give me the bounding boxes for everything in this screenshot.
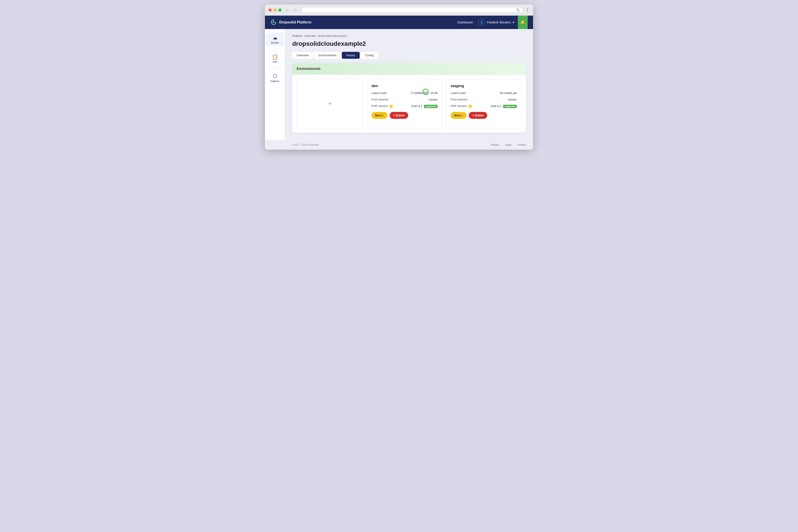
breadcrumb: Projects / Overview / dropsolidcloudexam… bbox=[292, 34, 526, 38]
breadcrumb-sep-2: / bbox=[317, 34, 317, 38]
footer-links: Privacy - Legal - Contact bbox=[491, 144, 526, 146]
footer-contact[interactable]: Contact bbox=[517, 144, 526, 146]
staging-php-value: PHP 8.1 supported bbox=[491, 104, 517, 108]
staging-delete-button[interactable]: × Delete bbox=[469, 112, 487, 119]
sidebar-divider-1 bbox=[269, 49, 281, 49]
tab-config[interactable]: Config bbox=[361, 52, 378, 59]
tab-environments[interactable]: Environments bbox=[314, 52, 341, 59]
staging-php-info-icon: i bbox=[469, 105, 472, 108]
logo-area[interactable]: Dropsolid Platform bbox=[270, 19, 311, 26]
footer-sep-1: - bbox=[502, 144, 503, 146]
dev-php-info-icon: i bbox=[390, 105, 393, 108]
sidebar-item-cdp[interactable]: 📋 CDP bbox=[266, 52, 284, 65]
page-title: dropsolidcloudexample2 bbox=[292, 40, 526, 48]
dev-php-value: PHP 8.1 supported bbox=[412, 104, 438, 108]
footer-privacy[interactable]: Privacy bbox=[491, 144, 499, 146]
dev-latest-build-label: Latest build: bbox=[372, 91, 387, 95]
breadcrumb-projects[interactable]: Projects bbox=[292, 34, 302, 38]
minimize-button[interactable] bbox=[273, 8, 277, 12]
dev-from-branch-value: master bbox=[429, 98, 438, 101]
browser-navigation: ← → bbox=[284, 7, 299, 13]
close-button[interactable] bbox=[268, 8, 272, 12]
devops-icon: ☁ bbox=[272, 35, 278, 41]
breadcrumb-sep-1: / bbox=[303, 34, 303, 38]
footer-sep-2: - bbox=[514, 144, 515, 146]
dev-php-row: PHP version: i PHP 8.1 supported bbox=[372, 104, 438, 108]
environments-header: Environments bbox=[292, 63, 526, 75]
dev-from-branch-label: From branch: bbox=[372, 98, 389, 101]
staging-php-label: PHP version: i bbox=[451, 104, 472, 108]
environments-body: + dev Latest build: 3 14/09/2022 - 15:40 bbox=[292, 75, 526, 133]
page-content: Projects / Overview / dropsolidcloudexam… bbox=[285, 29, 533, 140]
footer-legal[interactable]: Legal bbox=[505, 144, 511, 146]
browser-chrome: ← → 🔍 ⋮ bbox=[265, 4, 533, 16]
staging-from-branch-value: master bbox=[508, 98, 517, 101]
back-button[interactable]: ← bbox=[284, 7, 290, 13]
top-navigation: Dropsolid Platform Dashboard 👤 Frederik … bbox=[265, 16, 533, 29]
cdp-icon: 📋 bbox=[272, 54, 278, 60]
staging-actions: More › × Delete bbox=[451, 112, 517, 119]
staging-from-branch-row: From branch: master bbox=[451, 98, 517, 101]
dev-php-label: PHP version: i bbox=[372, 104, 393, 108]
dev-from-branch-row: From branch: master bbox=[372, 98, 438, 101]
breadcrumb-project: dropsolidcloudexample2 bbox=[318, 34, 347, 38]
sidebar-item-cdp-label: CDP bbox=[272, 61, 277, 63]
dev-php-badge: supported bbox=[424, 105, 438, 108]
logo-text: Dropsolid Platform bbox=[279, 20, 311, 24]
sidebar-item-devops-label: DevOps bbox=[271, 41, 279, 44]
user-avatar: 👤 bbox=[478, 19, 485, 26]
staging-php-badge: supported bbox=[503, 105, 517, 108]
staging-latest-build-label: Latest build: bbox=[451, 91, 466, 95]
browser-menu-icon[interactable]: ⋮ bbox=[526, 8, 530, 12]
breadcrumb-overview[interactable]: Overview bbox=[304, 34, 316, 38]
dashboard-link[interactable]: Dashboard bbox=[457, 21, 473, 24]
window-controls bbox=[268, 8, 282, 12]
forward-button[interactable]: → bbox=[292, 7, 299, 13]
dev-actions: More › × Delete bbox=[372, 112, 438, 119]
add-environment-card[interactable]: + bbox=[297, 79, 363, 128]
tabs: Overview Environments History Config bbox=[292, 52, 526, 59]
footer: © 2017 - 2022 Dropsolid Privacy - Legal … bbox=[265, 140, 533, 150]
bell-icon: 🔔 bbox=[520, 20, 525, 25]
dev-latest-build-row: Latest build: 3 14/09/2022 - 15:40 bbox=[372, 91, 438, 95]
footer-copyright: © 2017 - 2022 Dropsolid bbox=[292, 144, 318, 146]
tab-history[interactable]: History bbox=[342, 52, 360, 59]
search-icon: 🔍 bbox=[516, 8, 520, 12]
dev-more-button[interactable]: More › bbox=[372, 112, 387, 119]
sidebar: ☁ DevOps 📋 CDP ⬡ Organize bbox=[265, 29, 285, 140]
add-icon: + bbox=[328, 100, 332, 108]
staging-from-branch-label: From branch: bbox=[451, 98, 468, 101]
sidebar-item-organize-label: Organize bbox=[270, 80, 280, 82]
dev-env-name: dev bbox=[372, 84, 438, 88]
app-container: Dropsolid Platform Dashboard 👤 Frederik … bbox=[265, 16, 533, 150]
dev-delete-button[interactable]: × Delete bbox=[390, 112, 408, 119]
user-menu[interactable]: 👤 Frederik Wouters ▾ bbox=[478, 19, 514, 26]
staging-env-name: staging bbox=[451, 84, 517, 88]
staging-latest-build-row: Latest build: No builds yet bbox=[451, 91, 517, 95]
address-bar[interactable]: 🔍 bbox=[301, 7, 523, 13]
user-name: Frederik Wouters bbox=[487, 21, 511, 24]
logo-icon bbox=[270, 19, 277, 26]
dev-environment-card: dev Latest build: 3 14/09/2022 - 15:40 F… bbox=[367, 79, 442, 128]
user-chevron: ▾ bbox=[513, 21, 514, 24]
staging-php-row: PHP version: i PHP 8.1 supported bbox=[451, 104, 517, 108]
organize-icon: ⬡ bbox=[273, 73, 277, 79]
staging-latest-build-value: No builds yet bbox=[500, 91, 517, 95]
maximize-button[interactable] bbox=[278, 8, 282, 12]
main-layout: ☁ DevOps 📋 CDP ⬡ Organize Projects bbox=[265, 29, 533, 140]
sidebar-item-devops[interactable]: ☁ DevOps bbox=[266, 33, 284, 46]
tab-overview[interactable]: Overview bbox=[292, 52, 313, 59]
notifications-bell[interactable]: 🔔 bbox=[518, 16, 528, 29]
environments-header-text: Environments bbox=[297, 67, 321, 71]
staging-environment-card: staging Latest build: No builds yet From… bbox=[446, 79, 521, 128]
dev-latest-build-value: 3 14/09/2022 - 15:40 bbox=[411, 91, 438, 95]
environments-card: Environments + dev Latest build: bbox=[292, 63, 526, 133]
staging-more-button[interactable]: More › bbox=[451, 112, 467, 119]
sidebar-item-organize[interactable]: ⬡ Organize bbox=[266, 71, 284, 84]
browser-window: ← → 🔍 ⋮ Dropsolid Platform Dashboard 👤 F… bbox=[265, 4, 533, 150]
